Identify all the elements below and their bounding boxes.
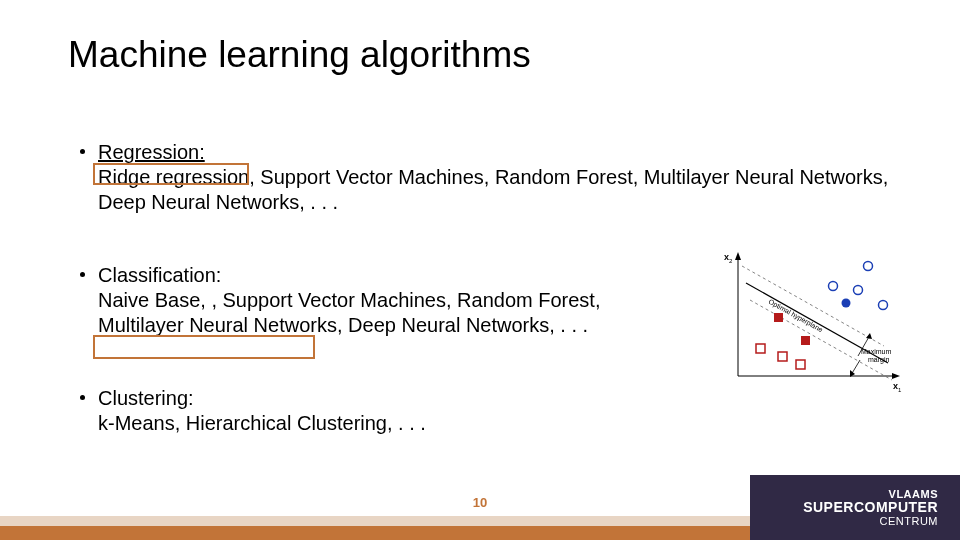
slide-title: Machine learning algorithms: [68, 34, 531, 76]
svg-rect-17: [801, 336, 810, 345]
footer-accent-dark: [0, 526, 750, 540]
svg-line-6: [750, 300, 892, 380]
slide-number: 10: [473, 495, 487, 510]
classification-figure: x 2 x 1 Optimal hyperplane Maximum margi…: [718, 248, 903, 393]
bullet-text: Naive Base, , Support Vector Machines, R…: [98, 289, 600, 336]
svg-point-12: [829, 282, 838, 291]
scatter-svg: x 2 x 1 Optimal hyperplane Maximum margi…: [718, 248, 903, 393]
footer-brand: VLAAMS SUPERCOMPUTER CENTRUM: [750, 475, 960, 540]
bullet-classification: Classification: Naive Base, , Support Ve…: [80, 263, 618, 338]
svg-line-5: [742, 266, 884, 346]
svg-point-14: [879, 301, 888, 310]
bullet-dot-icon: [80, 149, 85, 154]
brand-line-2: SUPERCOMPUTER: [803, 500, 938, 515]
slide: Machine learning algorithms Regression: …: [0, 0, 960, 540]
svg-point-13: [854, 286, 863, 295]
svg-rect-19: [778, 352, 787, 361]
svg-point-15: [842, 299, 851, 308]
axis-y-sub: 2: [729, 258, 733, 264]
svg-rect-18: [756, 344, 765, 353]
svg-rect-20: [796, 360, 805, 369]
svg-point-11: [864, 262, 873, 271]
highlight-box-ridge: [93, 163, 249, 185]
svg-marker-8: [866, 333, 872, 339]
highlight-box-dnn: [93, 335, 315, 359]
footer-accent-light: [0, 516, 750, 526]
bullet-head: Clustering:: [98, 387, 194, 409]
bullet-clustering: Clustering: k-Means, Hierarchical Cluste…: [80, 386, 900, 436]
svg-marker-3: [892, 373, 900, 379]
axis-x-sub: 1: [898, 387, 902, 393]
bullet-head: Classification:: [98, 264, 221, 286]
brand-line-3: CENTRUM: [880, 515, 939, 527]
bullet-dot-icon: [80, 395, 85, 400]
svg-rect-16: [774, 313, 783, 322]
margin-label-2: margin: [868, 356, 890, 364]
bullet-text: k-Means, Hierarchical Clustering, . . .: [98, 412, 426, 434]
svg-marker-2: [735, 252, 741, 260]
bullet-dot-icon: [80, 272, 85, 277]
margin-label-1: Maximum: [861, 348, 892, 355]
bullet-head: Regression:: [98, 141, 205, 163]
